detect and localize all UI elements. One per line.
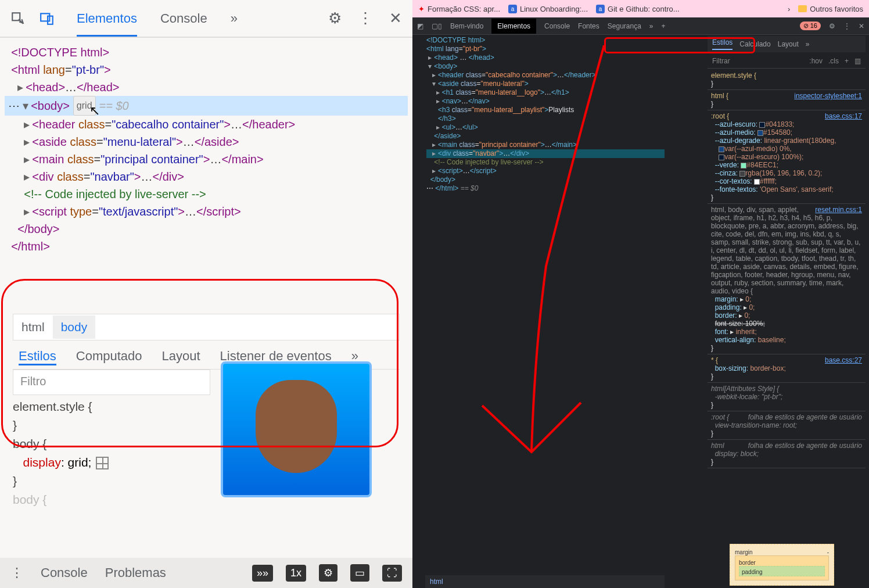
- add-tab-icon[interactable]: +: [662, 22, 666, 30]
- tabs-overflow-icon[interactable]: »: [649, 22, 653, 30]
- inspect-icon[interactable]: ◩: [417, 22, 423, 30]
- tab-layout[interactable]: Layout: [162, 349, 200, 365]
- styles-rules-dark: element.style {} inspector-stylesheet:1h…: [708, 70, 866, 468]
- forward-icon[interactable]: »»: [252, 565, 273, 582]
- chevron-right-icon[interactable]: ›: [788, 5, 790, 13]
- device-toggle-icon[interactable]: ▢▯: [432, 22, 442, 30]
- gear-icon[interactable]: ⚙: [829, 22, 835, 30]
- dom-tree: <!DOCTYPE html> <html lang="pt-br"> ▸<he…: [0, 38, 412, 261]
- dom-html-close[interactable]: </html>: [5, 238, 408, 255]
- fullscreen-icon[interactable]: ⛶: [382, 565, 402, 582]
- styles-header-dark: Estilos Calculado Layout »: [708, 36, 866, 52]
- kebab-icon[interactable]: ⋮: [843, 22, 850, 30]
- tab-elements[interactable]: Elementos: [77, 11, 137, 37]
- tab-fontes[interactable]: Fontes: [578, 22, 599, 30]
- breadcrumb-dark[interactable]: html: [425, 575, 665, 588]
- tab-console[interactable]: Console: [544, 22, 570, 30]
- tab-estilos[interactable]: Estilos: [712, 38, 732, 50]
- bookmarks-bar: ✦Formação CSS: apr... aLinux Onboarding:…: [412, 0, 869, 17]
- webcam-overlay: [221, 361, 372, 497]
- tab-calculado[interactable]: Calculado: [739, 40, 770, 48]
- tabs-overflow-icon[interactable]: »: [231, 11, 238, 26]
- add-rule-icon[interactable]: +: [845, 57, 849, 65]
- tab-computado[interactable]: Computado: [76, 349, 142, 365]
- dom-header[interactable]: ▸<header class="cabecalho container">…</…: [5, 116, 408, 133]
- tab-layout[interactable]: Layout: [778, 40, 799, 48]
- pip-icon[interactable]: ▭: [350, 564, 369, 582]
- dom-body-selected[interactable]: ⋯ ▾<body>grid == $0: [5, 96, 408, 116]
- drawer-console[interactable]: Console: [41, 565, 88, 580]
- tab-console[interactable]: Console: [160, 11, 207, 26]
- cls-toggle[interactable]: .cls: [828, 57, 839, 65]
- filter-input-dark[interactable]: Filtrar :hov .cls + ▥: [708, 53, 866, 69]
- bookmark-item[interactable]: aGit e Github: contro...: [596, 5, 680, 13]
- tab-estilos[interactable]: Estilos: [19, 349, 56, 365]
- gear-icon[interactable]: ⚙: [319, 564, 337, 582]
- gear-icon[interactable]: ⚙: [328, 9, 342, 27]
- box-model: margin - border padding: [730, 544, 834, 583]
- hov-toggle[interactable]: :hov: [809, 57, 823, 65]
- svg-rect-2: [48, 16, 53, 24]
- error-badge[interactable]: ⊘ 16: [800, 21, 821, 30]
- bottom-drawer: ⋮ Console Problemas »» 1x ⚙ ▭ ⛶: [0, 558, 412, 588]
- dom-navbar-selected[interactable]: ▸<div class="navbar">…</div>: [426, 149, 665, 158]
- dom-aside[interactable]: ▸<aside class="menu-lateral">…</aside>: [5, 133, 408, 150]
- dom-html[interactable]: <html lang="pt-br">: [5, 61, 408, 78]
- cursor-icon: ↖: [89, 103, 100, 119]
- dom-body-close[interactable]: </body>: [5, 220, 408, 238]
- device-toggle-icon[interactable]: [40, 11, 55, 26]
- print-icon[interactable]: ▥: [854, 57, 861, 65]
- dom-navbar[interactable]: ▸<div class="navbar">…</div>: [5, 168, 408, 185]
- dom-doctype[interactable]: <!DOCTYPE html>: [5, 44, 408, 61]
- dom-head[interactable]: ▸<head>…</head>: [5, 78, 408, 96]
- devtools-toolbar-dark: ◩ ▢▯ Bem-vindo Elementos Console Fontes …: [412, 17, 869, 35]
- crumb-body[interactable]: body: [53, 315, 96, 339]
- crumb-html[interactable]: html: [13, 315, 53, 339]
- bookmark-item[interactable]: aLinux Onboarding:...: [508, 5, 588, 13]
- breadcrumb: html body: [13, 314, 400, 340]
- close-icon[interactable]: ✕: [389, 9, 402, 27]
- bookmark-item[interactable]: ✦Formação CSS: apr...: [418, 5, 500, 13]
- other-favorites[interactable]: Outros favoritos: [798, 5, 863, 13]
- tab-seguranca[interactable]: Segurança: [608, 22, 641, 30]
- tab-elementos[interactable]: Elementos: [491, 19, 536, 34]
- dom-main[interactable]: ▸<main class="principal container">…</ma…: [5, 150, 408, 168]
- tabs-overflow-icon[interactable]: »: [806, 40, 810, 48]
- dom-script[interactable]: ▸<script type="text/javascript">…</scrip…: [5, 203, 408, 220]
- tab-bemvindo[interactable]: Bem-vindo: [450, 22, 483, 30]
- filter-input[interactable]: Filtro: [13, 370, 210, 395]
- grid-icon[interactable]: [96, 457, 109, 469]
- dom-comment[interactable]: <!-- Code injected by live-server -->: [5, 185, 408, 203]
- kebab-icon[interactable]: ⋮: [358, 9, 373, 27]
- dom-tree-dark: <!DOCTYPE html> <html lang="pt-br"> ▸<he…: [426, 36, 665, 193]
- speed-1x[interactable]: 1x: [286, 565, 306, 582]
- inspect-icon[interactable]: [10, 11, 26, 26]
- close-icon[interactable]: ✕: [859, 22, 864, 30]
- devtools-toolbar: Elementos Console » ⚙ ⋮ ✕: [0, 0, 412, 38]
- drawer-problemas[interactable]: Problemas: [105, 565, 166, 580]
- drawer-menu-icon[interactable]: ⋮: [10, 565, 23, 580]
